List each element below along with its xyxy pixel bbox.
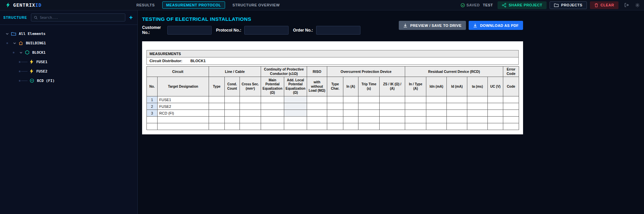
table-group-header-row: CircuitLine / CableContinuity of Protect…: [147, 67, 519, 77]
value-cell: [405, 96, 426, 103]
value-cell: [240, 103, 261, 110]
value-cell: [405, 110, 426, 117]
main-content: TESTING OF ELECTRICAL INSTALLATIONS Cust…: [138, 10, 644, 214]
row-number-cell: 3: [147, 110, 158, 117]
value-cell: [240, 96, 261, 103]
value-cell: [225, 123, 240, 130]
value-cell: [467, 110, 488, 117]
row-number-cell: [147, 123, 158, 130]
project-name-label: TEST: [483, 3, 493, 7]
tree-item-label: FUSE1: [36, 60, 47, 64]
order-no-input[interactable]: [316, 26, 360, 35]
value-cell: [467, 123, 488, 130]
value-cell: [327, 96, 343, 103]
tree-item-label: RCD (FI): [37, 79, 55, 83]
value-cell: [307, 96, 327, 103]
value-cell: [358, 103, 380, 110]
download-icon: [473, 23, 477, 28]
value-cell: [225, 117, 240, 123]
preview-save-drive-button[interactable]: PREVIEW / SAVE TO DRIVE: [399, 21, 466, 30]
value-cell: [503, 96, 519, 103]
search-icon: [34, 16, 38, 19]
tree-connector-dot: [19, 71, 20, 72]
value-cell: [261, 110, 284, 117]
value-cell: [405, 103, 426, 110]
group-header: Line / Cable: [209, 67, 261, 77]
logo-bolt-icon: [5, 2, 11, 8]
customer-no-input[interactable]: [167, 26, 212, 35]
column-header: Type: [209, 77, 225, 96]
value-cell: [284, 117, 307, 123]
table-row: 3RCD (FI): [147, 110, 519, 117]
protocol-no-input[interactable]: [244, 26, 289, 35]
clear-button[interactable]: CLEAR: [590, 1, 618, 9]
customer-no-label: Customer No.:: [142, 25, 164, 35]
gear-icon[interactable]: [635, 3, 640, 8]
value-cell: [447, 117, 467, 123]
save-status-label: SAVED: [467, 3, 480, 7]
value-cell: [284, 110, 307, 117]
add-element-button[interactable]: +: [129, 14, 133, 20]
navbar-right-cluster: SAVED TEST SHARE PROJECT PROJECTS CLEAR: [461, 1, 640, 9]
value-cell: [426, 103, 447, 110]
share-project-button[interactable]: SHARE PROJECT: [498, 1, 547, 9]
tab-results[interactable]: RESULTS: [136, 3, 155, 7]
tree-item-all-elements[interactable]: All Elements: [0, 29, 137, 38]
measurement-table: CircuitLine / CableContinuity of Protect…: [146, 66, 519, 130]
projects-button[interactable]: PROJECTS: [550, 1, 587, 9]
logout-icon[interactable]: [624, 3, 629, 7]
value-cell: [358, 96, 380, 103]
tab-structure-overview[interactable]: STRUCTURE OVERVIEW: [232, 3, 280, 7]
value-cell: [209, 103, 225, 110]
value-cell: [503, 117, 519, 123]
circuit-distributor-value: BLOCK1: [190, 59, 206, 63]
column-header: No.: [147, 77, 158, 96]
tree-item-label: BLOCK1: [32, 50, 46, 55]
structure-tree: All ElementsBUILDING1BLOCK1FUSE1FUSE2RCD…: [0, 25, 137, 89]
tree-item-rcd-fi[interactable]: RCD (FI): [0, 76, 137, 85]
logo-text-secondary: ID: [35, 2, 42, 8]
column-header: Type Char.: [327, 77, 343, 96]
column-header: Cond. Count: [225, 77, 240, 96]
value-cell: [467, 103, 488, 110]
order-no-label: Order No.:: [293, 28, 313, 33]
column-header: In (A): [343, 77, 358, 96]
chevron-down-icon[interactable]: [5, 32, 9, 36]
column-header: Code: [503, 77, 519, 96]
value-cell: [307, 103, 327, 110]
value-cell: [380, 117, 405, 123]
trash-icon: [594, 3, 598, 7]
structure-search-box: [31, 13, 126, 22]
value-cell: [225, 96, 240, 103]
tree-item-building1[interactable]: BUILDING1: [0, 38, 137, 48]
tree-item-fuse1[interactable]: FUSE1: [0, 57, 137, 67]
group-header: Residual Current Device (RCD): [405, 67, 503, 77]
navbar-tabs: RESULTS MEASUREMENT PROTOCOL STRUCTURE O…: [136, 1, 280, 9]
group-header: Overcurrent Protection Device: [327, 67, 405, 77]
value-cell: [343, 117, 358, 123]
folder-icon: [554, 3, 559, 7]
value-cell: [284, 103, 307, 110]
structure-sidebar: STRUCTURE + All ElementsBUILDING1BLOCK1F…: [0, 10, 138, 214]
share-icon: [502, 3, 506, 7]
chevron-down-icon[interactable]: [19, 51, 23, 54]
order-no-field: Order No.:: [293, 26, 360, 35]
sidebar-header: STRUCTURE +: [0, 10, 137, 25]
tab-measurement-protocol[interactable]: MEASUREMENT PROTOCOL: [162, 1, 225, 9]
column-header: ta (ms): [467, 77, 488, 96]
value-cell: [426, 117, 447, 123]
tree-connector-dot: [19, 61, 20, 63]
tree-item-fuse2[interactable]: FUSE2: [0, 67, 137, 76]
value-cell: [405, 117, 426, 123]
value-cell: [284, 123, 307, 130]
value-cell: [209, 96, 225, 103]
logo-text-primary: GENTRIX: [13, 2, 35, 8]
target-designation-cell: [158, 117, 209, 123]
chevron-down-icon[interactable]: [13, 41, 16, 45]
row-number-cell: 1: [147, 96, 158, 103]
column-header: Idn (mA): [426, 77, 447, 96]
tree-item-block1[interactable]: BLOCK1: [0, 48, 137, 57]
download-pdf-button[interactable]: DOWNLOAD AS PDF: [469, 21, 523, 30]
search-input[interactable]: [40, 16, 123, 19]
save-status: SAVED: [461, 3, 480, 7]
